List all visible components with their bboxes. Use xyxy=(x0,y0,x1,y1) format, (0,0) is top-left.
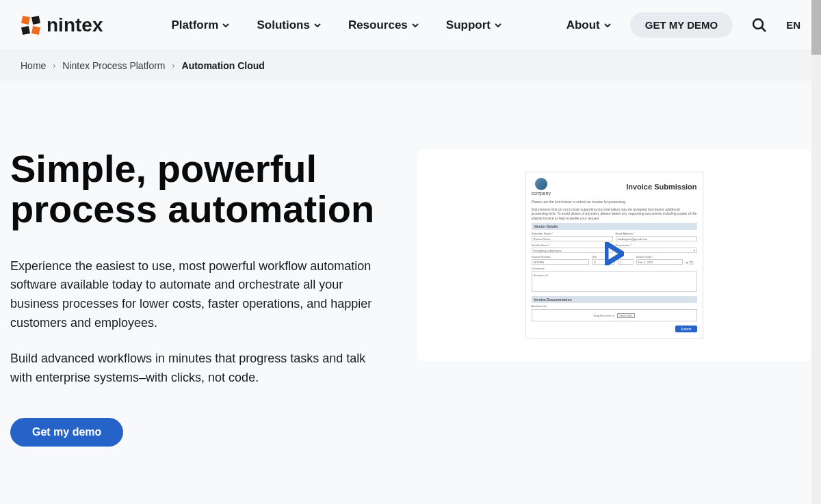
company-label: company xyxy=(532,191,551,196)
chevron-down-icon xyxy=(412,23,419,27)
vendor-name-input: Everything is Awesome xyxy=(532,248,613,253)
logo-icon xyxy=(21,15,41,36)
email-input: rowdingoes@gmaill.com xyxy=(616,236,697,241)
breadcrumb-current: Automation Cloud xyxy=(182,60,265,71)
scrollbar[interactable] xyxy=(811,0,821,504)
hero-section: Simple, powerful process automation Expe… xyxy=(0,81,821,488)
play-icon[interactable] xyxy=(605,242,624,268)
dropzone: Drag files here or Select files xyxy=(532,309,697,321)
svg-point-4 xyxy=(753,19,763,29)
breadcrumb-platform[interactable]: Nintex Process Platform xyxy=(62,60,165,71)
field-label: Submitter Name * xyxy=(532,232,613,235)
chevron-down-icon xyxy=(222,23,229,27)
section-docs: Invoice Documentation xyxy=(532,296,697,303)
section-vendor: Vendor Details xyxy=(532,223,697,230)
chevron-down-icon xyxy=(314,23,321,27)
company-logo: company xyxy=(532,178,551,196)
field-label: Invoice Number xyxy=(532,255,590,258)
header-right: About GET MY DEMO EN xyxy=(566,12,800,38)
get-demo-button[interactable]: Get my demo xyxy=(10,418,123,447)
hero-content: Simple, powerful process automation Expe… xyxy=(10,149,390,447)
invoice-date-input: Nov 2, 2022 xyxy=(636,259,683,265)
primary-nav: Platform Solutions Resources Support xyxy=(171,18,501,32)
invoice-number-input: 4673389 xyxy=(532,259,590,265)
submit-button: Submit xyxy=(675,326,697,332)
scrollbar-thumb[interactable] xyxy=(811,0,821,55)
form-intro: Please use the form below to submit an i… xyxy=(532,200,697,204)
chevron-down-icon xyxy=(495,23,501,27)
nav-label: Platform xyxy=(171,18,218,32)
main-header: nintex Platform Solutions Resources Supp… xyxy=(0,0,821,51)
svg-rect-0 xyxy=(21,15,30,24)
nav-label: Resources xyxy=(348,18,408,32)
svg-line-5 xyxy=(762,27,766,31)
field-label: Invoice Date * xyxy=(636,255,683,258)
logo[interactable]: nintex xyxy=(21,14,103,36)
get-demo-header-button[interactable]: GET MY DEMO xyxy=(630,12,733,38)
language-selector[interactable]: EN xyxy=(786,19,800,31)
nav-solutions[interactable]: Solutions xyxy=(257,18,320,32)
nav-label: About xyxy=(566,18,600,32)
field-label: Attachments xyxy=(532,304,697,308)
form-title: Invoice Submission xyxy=(626,183,696,191)
chevron-right-icon: › xyxy=(53,61,55,70)
nav-resources[interactable]: Resources xyxy=(348,18,419,32)
globe-icon xyxy=(535,178,547,190)
search-icon[interactable] xyxy=(752,18,767,33)
svg-rect-1 xyxy=(31,15,40,24)
logo-text: nintex xyxy=(47,14,103,36)
form-note: Submissions that do not include supporti… xyxy=(532,207,697,221)
department-input: Eng▾ xyxy=(616,248,697,253)
hero-description-2: Build advanced workflows in minutes that… xyxy=(10,349,390,388)
field-label: Email Address * xyxy=(616,232,697,235)
nav-platform[interactable]: Platform xyxy=(171,18,229,32)
nav-label: Support xyxy=(446,18,491,32)
comments-input: Services ref xyxy=(532,271,697,292)
drop-text: Drag files here or xyxy=(593,314,614,317)
page-title: Simple, powerful process automation xyxy=(10,149,390,230)
nav-label: Solutions xyxy=(257,18,309,32)
nav-support[interactable]: Support xyxy=(446,18,501,32)
hero-description-1: Experience the easiest to use, most powe… xyxy=(10,257,390,334)
svg-rect-3 xyxy=(31,25,40,34)
submitter-name-input: Rowan Divers xyxy=(532,236,613,241)
chevron-down-icon xyxy=(604,23,611,27)
hero-media[interactable]: company Invoice Submission Please use th… xyxy=(417,149,811,361)
chevron-right-icon: › xyxy=(172,61,175,70)
nav-about[interactable]: About xyxy=(566,18,611,32)
form-header: company Invoice Submission xyxy=(532,178,697,196)
field-label: Department * xyxy=(616,243,697,247)
select-files-button: Select files xyxy=(617,313,634,318)
field-label: Vendor Name * xyxy=(532,243,613,247)
breadcrumb: Home › Nintex Process Platform › Automat… xyxy=(0,51,821,81)
breadcrumb-home[interactable]: Home xyxy=(21,60,46,71)
svg-rect-2 xyxy=(21,25,30,34)
